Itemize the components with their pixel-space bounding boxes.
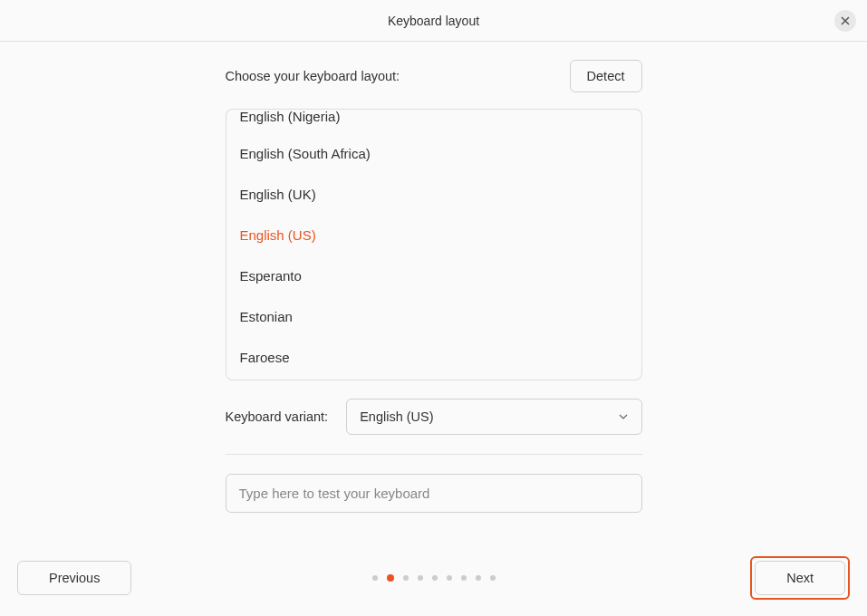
progress-dots <box>372 575 496 582</box>
list-item[interactable]: Faroese <box>226 337 642 365</box>
footer: Previous Next <box>0 556 867 600</box>
previous-button[interactable]: Previous <box>17 561 131 595</box>
list-item[interactable]: Estonian <box>226 296 642 337</box>
header: Keyboard layout <box>0 0 867 42</box>
progress-dot <box>387 574 394 582</box>
progress-dot <box>447 575 452 581</box>
page-title: Keyboard layout <box>388 14 479 28</box>
list-item[interactable]: English (South Africa) <box>226 133 642 174</box>
list-item-selected[interactable]: English (US) <box>226 215 642 255</box>
variant-select[interactable]: English (US) <box>346 399 641 435</box>
close-icon <box>841 16 850 25</box>
variant-label: Keyboard variant: <box>226 409 329 424</box>
variant-row: Keyboard variant: English (US) <box>226 399 642 435</box>
next-button[interactable]: Next <box>755 561 845 595</box>
progress-dot <box>403 575 409 581</box>
layout-scroll[interactable]: English (Nigeria) English (South Africa)… <box>226 109 642 380</box>
layout-list[interactable]: English (Nigeria) English (South Africa)… <box>226 109 642 380</box>
divider <box>226 454 642 455</box>
progress-dot <box>490 575 496 581</box>
detect-button[interactable]: Detect <box>570 60 642 92</box>
progress-dot <box>418 575 423 581</box>
progress-dot <box>372 575 378 581</box>
list-item[interactable]: English (UK) <box>226 174 642 215</box>
list-item[interactable]: Esperanto <box>226 255 642 296</box>
test-keyboard-input[interactable] <box>226 474 642 513</box>
progress-dot <box>476 575 481 581</box>
list-item[interactable]: English (Nigeria) <box>226 109 642 133</box>
content: Choose your keyboard layout: Detect Engl… <box>0 42 867 531</box>
close-button[interactable] <box>834 10 856 32</box>
progress-dot <box>461 575 467 581</box>
prompt-label: Choose your keyboard layout: <box>226 69 400 83</box>
next-button-highlight: Next <box>750 556 850 600</box>
variant-value: English (US) <box>360 409 433 424</box>
chevron-down-icon <box>618 411 629 422</box>
progress-dot <box>432 575 438 581</box>
prompt-row: Choose your keyboard layout: Detect <box>226 60 642 92</box>
